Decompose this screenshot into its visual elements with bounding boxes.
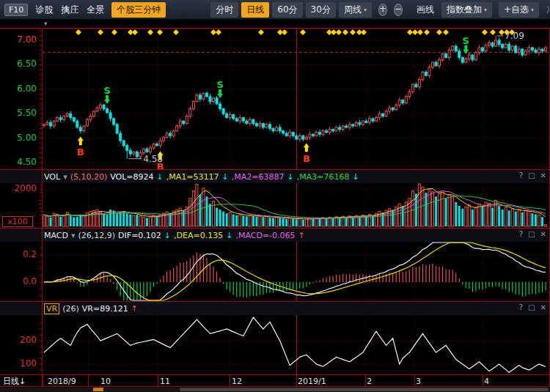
help-icon[interactable]: ? [519, 230, 523, 238]
macd-axis-label: 0.0 [0, 276, 37, 286]
date-label: 4 [484, 377, 489, 386]
buy-sell-markers-layer: BBBSSS [77, 35, 469, 170]
period-tab-label: 分时 [216, 4, 233, 16]
arrow-down-icon: ↓ [19, 377, 26, 386]
maximize-icon[interactable]: □ [528, 230, 535, 238]
indicator-value: ↓ [226, 231, 232, 240]
price-label: 6.00 [0, 84, 37, 94]
svg-text:4.58: 4.58 [143, 154, 163, 164]
indicator-value: ↓ [164, 231, 171, 240]
stock-3min-tab[interactable]: 个股三分钟 [111, 2, 166, 18]
index-overlay-dropdown[interactable]: 指数叠加▾ [441, 2, 492, 18]
add-watchlist-dropdown[interactable]: +自选▾ [499, 2, 539, 18]
indicator-value: ↓ [352, 172, 359, 182]
date-axis-tick [483, 375, 483, 386]
h-scrollbar[interactable] [0, 388, 550, 392]
svg-text:S: S [103, 85, 110, 96]
close-icon[interactable]: ✕ [540, 171, 546, 180]
date-label: 2019/1 [298, 377, 326, 386]
svg-text:B: B [77, 147, 84, 158]
period-60min[interactable]: 60分 [272, 2, 302, 18]
h-scrollbar-marker [93, 388, 103, 391]
candlestick-chart[interactable]: BBBSSS4.587.09 [0, 28, 550, 170]
main-gridlines [40, 28, 550, 170]
macd-gridlines [40, 242, 550, 301]
close-icon[interactable]: ✕ [540, 303, 546, 311]
vr-panel-header: VR (26) VR=89.121↑?□✕ [0, 302, 550, 315]
draw-line-button[interactable]: 画线 [416, 2, 435, 18]
diagnose-stock-tab[interactable]: 诊股 [34, 2, 54, 18]
period-tab-group: 分时日线60分30分周线▾ [210, 2, 372, 18]
price-label: 7.00 [0, 34, 37, 45]
date-label: 2018/9 [48, 377, 76, 386]
period-30min[interactable]: 30分 [306, 2, 336, 18]
period-label: 日线 [3, 377, 19, 386]
toolbar-button-label: 指数叠加 [447, 4, 482, 16]
indicator-value: ↓ [222, 172, 229, 182]
indicator-value: ,MA1=53117 [166, 172, 219, 182]
indicator-value: ,DEA=0.135 [174, 231, 223, 240]
macd-chart[interactable] [0, 242, 550, 301]
vr-indicator-selector[interactable]: VR [44, 303, 59, 314]
period-daily[interactable]: 日线 [241, 2, 269, 18]
help-icon[interactable]: ? [519, 171, 523, 180]
panel-divider [0, 301, 550, 302]
panel-divider [0, 169, 550, 170]
zoom-in-button[interactable]: + [378, 4, 387, 16]
date-label: 11 [160, 377, 170, 386]
date-axis-tick [230, 375, 230, 386]
macd-panel-header: MACD▾ (26,12,9) DIF=0.102↓,DEA=0.135↓,MA… [0, 229, 550, 242]
price-label: 6.50 [0, 59, 37, 69]
close-icon[interactable]: ✕ [540, 230, 546, 238]
period-intraday[interactable]: 分时 [210, 2, 238, 18]
indicator-value: ,MA3=76168 [297, 172, 350, 182]
vr-chart[interactable] [0, 315, 550, 374]
panel-divider [0, 374, 550, 375]
maximize-icon[interactable]: □ [528, 303, 535, 311]
period-tab-label: 周线 [344, 4, 362, 16]
toolbar-button-label: +自选 [504, 4, 529, 16]
maximize-icon[interactable]: □ [528, 171, 535, 180]
macd-indicator-selector[interactable]: MACD [44, 231, 68, 240]
panel-divider [0, 386, 550, 387]
chevron-down-icon: ▾ [531, 7, 534, 13]
chevron-down-icon: ▾ [484, 7, 487, 13]
period-dropdown[interactable]: 日线↓ [3, 376, 26, 387]
period-weekly[interactable]: 周线▾ [339, 2, 372, 18]
collapse-panel-icon[interactable]: 〉| [546, 4, 550, 16]
panel-divider [0, 228, 550, 229]
dea-line [44, 243, 546, 300]
vol-indicator-selector[interactable]: VOL [44, 172, 60, 182]
date-axis-tick [296, 375, 297, 386]
toolbar-button-label: 画线 [417, 4, 434, 15]
macd-axis-label: 0.2 [0, 249, 37, 259]
date-label: 2 [367, 377, 372, 386]
volume-bars-layer [43, 184, 547, 226]
vr-axis-label: 200 [0, 335, 37, 345]
stock-chart-window: F10诊股擒庄全景个股三分钟分时日线60分30分周线▾+−画线指数叠加▾+自选▾… [0, 0, 550, 392]
indicator-value: ,MACD=-0.065 [235, 231, 295, 240]
volume-unit-box: x100 [2, 216, 33, 227]
zoom-out-button[interactable]: − [394, 4, 403, 16]
date-axis: 2018/91011122019/1234 [0, 375, 550, 386]
price-label: 5.00 [0, 133, 37, 143]
toolbar: F10诊股擒庄全景个股三分钟分时日线60分30分周线▾+−画线指数叠加▾+自选▾… [0, 0, 550, 19]
panorama-tab[interactable]: 全景 [86, 2, 105, 18]
chevron-down-icon[interactable]: ▾ [71, 231, 76, 240]
catch-banker-tab[interactable]: 擒庄 [60, 2, 79, 18]
candles-layer [43, 36, 547, 160]
volume-chart[interactable] [0, 183, 550, 228]
volume-axis-label: 2000 [0, 183, 37, 193]
vr-axis-label: 100 [0, 358, 37, 369]
help-icon[interactable]: ? [519, 303, 523, 311]
f10-button[interactable]: F10 [4, 4, 28, 16]
overlay-dropdown-icon[interactable]: ▾ [44, 20, 48, 27]
indicator-value: ↓ [287, 172, 293, 182]
date-axis-tick [43, 375, 43, 386]
chevron-down-icon[interactable]: ▾ [63, 172, 67, 182]
chevron-down-icon: ▾ [364, 7, 367, 13]
indicator-value: DIF=0.102 [118, 231, 161, 240]
svg-text:7.09: 7.09 [505, 31, 524, 41]
h-scrollbar-thumb[interactable] [180, 388, 549, 391]
period-tab-label: 60分 [277, 4, 297, 16]
